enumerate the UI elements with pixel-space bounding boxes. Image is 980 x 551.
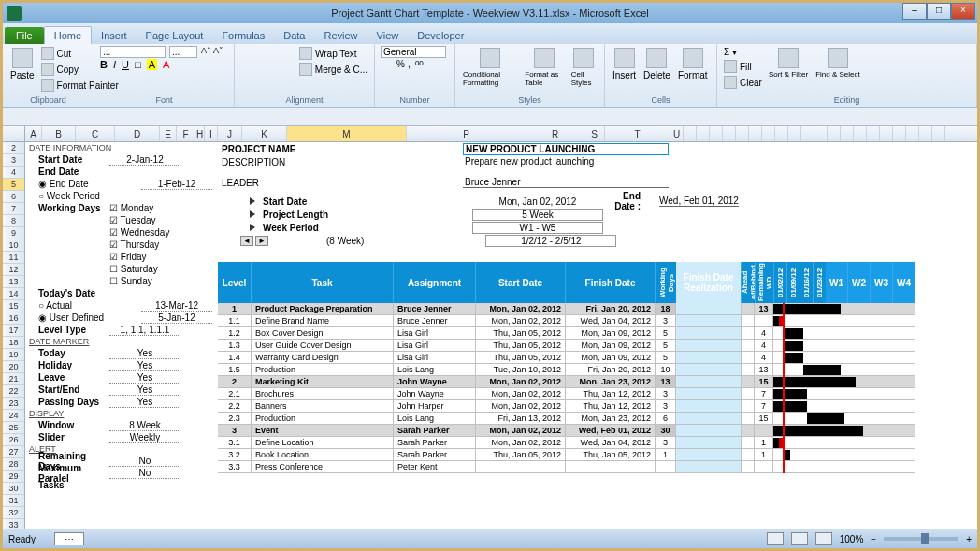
tab-formulas[interactable]: Formulas xyxy=(212,27,274,44)
row-header-8[interactable]: 8 xyxy=(3,215,24,227)
col-header-R[interactable]: R xyxy=(526,126,584,141)
row-header-17[interactable]: 17 xyxy=(3,325,24,337)
gantt-row[interactable]: 3.2Book LocationSarah ParkerThu, Jan 05,… xyxy=(218,449,915,461)
cell-styles-button[interactable]: Cell Styles xyxy=(569,46,598,89)
select-all-corner[interactable] xyxy=(3,126,25,141)
chk-friday[interactable]: ☑ Friday xyxy=(109,252,147,262)
col-header-H[interactable]: H xyxy=(195,126,205,141)
formula-bar[interactable] xyxy=(3,108,977,126)
zoom-out-button[interactable]: − xyxy=(871,534,876,544)
align-center-button[interactable] xyxy=(257,62,272,75)
chk-tuesday[interactable]: ☑ Tuesday xyxy=(109,215,156,225)
align-bottom-button[interactable] xyxy=(274,46,289,59)
tab-insert[interactable]: Insert xyxy=(92,27,137,44)
radio-actual[interactable]: ○ Actual xyxy=(29,300,72,311)
tab-review[interactable]: Review xyxy=(314,27,367,44)
col-finish-realization[interactable]: Finish Date Realization xyxy=(676,262,742,303)
project-leader-cell[interactable]: Bruce Jenner xyxy=(463,177,669,188)
col-header-T[interactable]: T xyxy=(605,126,670,141)
font-size-input[interactable] xyxy=(169,46,197,58)
font-name-input[interactable] xyxy=(100,46,166,58)
row-header-15[interactable]: 15 xyxy=(3,300,24,312)
row-header-2[interactable]: 2 xyxy=(3,142,24,154)
delete-cells-button[interactable]: Delete xyxy=(641,46,672,82)
align-right-button[interactable] xyxy=(274,62,289,75)
col-header-S[interactable]: S xyxy=(584,126,605,141)
find-select-button[interactable]: Find & Select xyxy=(814,46,862,90)
col-header-M[interactable]: M xyxy=(287,126,407,141)
fill-color-button[interactable]: A xyxy=(147,59,157,70)
row-header-7[interactable]: 7 xyxy=(3,203,24,215)
align-top-button[interactable] xyxy=(240,46,255,59)
gantt-row[interactable]: 3EventSarah ParkerMon, Jan 02, 2012Wed, … xyxy=(218,425,915,437)
sheet-tab[interactable]: ⋯ xyxy=(54,532,84,545)
row-header-25[interactable]: 25 xyxy=(3,422,24,434)
worksheet-area[interactable]: DATE INFORMATION Start Date2-Jan-12 End … xyxy=(25,142,977,533)
row-header-27[interactable]: 27 xyxy=(3,446,24,458)
col-header-B[interactable]: B xyxy=(42,126,76,141)
col-task[interactable]: Task xyxy=(252,262,394,303)
col-finish[interactable]: Finish Date xyxy=(566,262,656,303)
minimize-button[interactable]: – xyxy=(902,3,927,20)
comma-button[interactable]: , xyxy=(408,59,411,72)
col-header-E[interactable]: E xyxy=(160,126,177,141)
chk-wednesday[interactable]: ☑ Wednesday xyxy=(109,227,169,238)
radio-user-defined[interactable]: ◉ User Defined xyxy=(29,312,104,323)
gantt-row[interactable]: 1.4Warranty Card DesignLisa GirlThu, Jan… xyxy=(218,352,915,364)
row-header-29[interactable]: 29 xyxy=(3,471,24,483)
row-header-3[interactable]: 3 xyxy=(3,154,24,167)
sort-filter-button[interactable]: Sort & Filter xyxy=(767,46,810,90)
project-desc-cell[interactable]: Prepare new product launching xyxy=(463,156,669,167)
fill-button[interactable]: Fill xyxy=(723,59,763,74)
col-header-D[interactable]: D xyxy=(115,126,160,141)
col-header-P[interactable]: P xyxy=(407,126,526,141)
row-header-18[interactable]: 18 xyxy=(3,337,24,349)
tab-developer[interactable]: Developer xyxy=(408,27,473,44)
chk-saturday[interactable]: ☐ Saturday xyxy=(109,264,158,274)
paste-button[interactable]: Paste xyxy=(8,46,36,93)
gantt-row[interactable]: 1.1Define Brand NameBruce JennerMon, Jan… xyxy=(218,315,915,327)
gantt-row[interactable]: 3.1Define LocationSarah ParkerMon, Jan 0… xyxy=(218,437,915,449)
chk-sunday[interactable]: ☐ Sunday xyxy=(109,276,152,286)
scroll-right-button[interactable]: ► xyxy=(255,236,268,246)
gantt-row[interactable]: 1Product Package PreparationBruce Jenner… xyxy=(218,303,915,315)
row-header-12[interactable]: 12 xyxy=(3,264,24,276)
tab-home[interactable]: Home xyxy=(44,26,92,44)
border-button[interactable]: □ xyxy=(135,59,141,70)
row-header-22[interactable]: 22 xyxy=(3,385,24,398)
align-left-button[interactable] xyxy=(240,62,255,75)
clear-button[interactable]: Clear xyxy=(723,75,763,90)
row-header-5[interactable]: 5 xyxy=(3,179,24,191)
underline-button[interactable]: U xyxy=(122,59,129,70)
row-header-28[interactable]: 28 xyxy=(3,458,24,471)
gantt-row[interactable]: 2.3ProductionLois LangFri, Jan 13, 2012M… xyxy=(218,413,915,425)
chk-thursday[interactable]: ☑ Thursday xyxy=(109,239,159,250)
page-break-button[interactable] xyxy=(815,532,832,545)
start-date-value[interactable]: 2-Jan-12 xyxy=(109,154,180,166)
zoom-level[interactable]: 100% xyxy=(840,534,864,544)
row-header-23[interactable]: 23 xyxy=(3,398,24,410)
col-header-F[interactable]: F xyxy=(177,126,195,141)
maximize-button[interactable]: □ xyxy=(927,3,951,20)
row-header-11[interactable]: 11 xyxy=(3,252,24,264)
col-header-K[interactable]: K xyxy=(242,126,287,141)
row-header-21[interactable]: 21 xyxy=(3,373,24,385)
tab-pagelayout[interactable]: Page Layout xyxy=(137,27,213,44)
inc-decimal-button[interactable]: .00 xyxy=(413,59,424,72)
row-header-13[interactable]: 13 xyxy=(3,276,24,288)
col-header-A[interactable]: A xyxy=(25,126,42,141)
format-cells-button[interactable]: Format xyxy=(676,46,710,82)
row-header-26[interactable]: 26 xyxy=(3,434,24,446)
row-header-19[interactable]: 19 xyxy=(3,349,24,361)
normal-view-button[interactable] xyxy=(767,532,784,545)
autosum-button[interactable]: Σ ▾ xyxy=(723,46,763,58)
cond-format-button[interactable]: Conditional Formatting xyxy=(461,46,519,89)
chk-monday[interactable]: ☑ Monday xyxy=(109,203,153,213)
italic-button[interactable]: I xyxy=(113,59,116,70)
col-assignment[interactable]: Assignment xyxy=(394,262,476,303)
merge-button[interactable]: Merge & C... xyxy=(298,62,368,77)
gantt-row[interactable]: 2.2BannersJohn HarperMon, Jan 02, 2012Th… xyxy=(218,400,915,413)
row-header-9[interactable]: 9 xyxy=(3,227,24,239)
number-format-select[interactable] xyxy=(381,46,446,58)
gantt-row[interactable]: 1.2Box Cover DesignLisa GirlThu, Jan 05,… xyxy=(218,327,915,340)
